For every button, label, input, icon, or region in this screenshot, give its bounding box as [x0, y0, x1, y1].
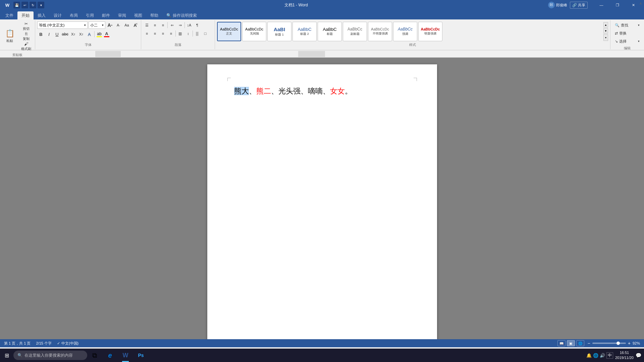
style-item-emphasis[interactable]: AaBbCc 强调 [393, 22, 417, 41]
style-item-subtle-emphasis[interactable]: AaBbCcDc 不明显强调 [368, 22, 392, 41]
clock[interactable]: 16:51 2019/11/20 [615, 350, 634, 361]
sort-button[interactable]: ↕A [185, 21, 193, 29]
styles-scroll-up[interactable]: ▲ [603, 22, 608, 27]
tray-volume[interactable]: 🔊 [600, 353, 605, 358]
align-right-button[interactable]: ≡ [159, 30, 167, 37]
highlight-color-button[interactable]: ab [96, 31, 103, 38]
bold-button[interactable]: B [37, 31, 45, 38]
tab-view[interactable]: 视图 [130, 11, 146, 19]
style-item-strong-emphasis[interactable]: AaBbCcDc 明显强调 [418, 22, 442, 41]
styles-scroll-down[interactable]: ▼ [603, 28, 608, 34]
share-btn[interactable]: 🔗 共享 [570, 2, 588, 9]
ruler [0, 50, 644, 58]
numbering-button[interactable]: ≡ [151, 21, 159, 29]
corner-mark-tl [227, 78, 231, 81]
tab-home[interactable]: 开始 [17, 11, 34, 19]
strikethrough-button[interactable]: abc [61, 31, 69, 38]
justify-button[interactable]: ≡ [167, 30, 175, 37]
status-bar: 第 1 页，共 1 页 2/15 个字 ✓ 中文(中国) 📖 ▣ 🌐 − + 9… [0, 339, 644, 347]
zoom-slider-thumb[interactable] [616, 342, 620, 345]
tab-file[interactable]: 文件 [1, 11, 17, 19]
show-marks-button[interactable]: ¶ [194, 21, 201, 29]
tray-notification[interactable]: 🔔 [586, 353, 592, 358]
style-item-h1[interactable]: AaBI 标题 1 [267, 22, 291, 41]
paste-button[interactable]: 📋 粘贴 [1, 26, 18, 47]
tab-insert[interactable]: 插入 [34, 11, 50, 19]
taskbar-edge[interactable]: e [103, 349, 117, 362]
title-bar: W 💾 ↩ ↻ ▾ 文档1 - Word 郎 郎俊峰 🔗 共享 — ❐ ✕ [0, 0, 644, 10]
undo-quick-access[interactable]: ↩ [21, 2, 28, 8]
style-item-h2[interactable]: AaBbC 标题 2 [292, 22, 317, 41]
clear-format-btn[interactable]: A ✕ [131, 21, 139, 29]
select-icon: ↘ [615, 39, 618, 44]
zoom-in-btn[interactable]: + [628, 341, 631, 346]
text-effect-button[interactable]: A [86, 31, 93, 38]
underline-button[interactable]: U [53, 31, 61, 38]
zoom-slider[interactable] [592, 343, 626, 344]
taskbar-task-view[interactable]: ⧉ [87, 349, 102, 362]
collapse-ribbon-btn[interactable]: ∧ [637, 0, 644, 32]
font-size-increase-btn[interactable]: A+ [106, 21, 114, 29]
align-center-button[interactable]: ≡ [151, 30, 159, 37]
superscript-button[interactable]: X2 [77, 31, 85, 38]
tab-design[interactable]: 设计 [50, 11, 66, 19]
border-button[interactable]: □ [202, 30, 209, 37]
notification-center[interactable]: 💬 [636, 353, 641, 358]
font-size-decrease-btn[interactable]: A- [115, 21, 122, 29]
taskbar-search[interactable]: 🔍 在这里输入你要搜索的内容 [13, 351, 87, 360]
restore-button[interactable]: ❐ [610, 0, 625, 10]
document-area[interactable]: 熊大、熊二、光头强、嘀嘀、女女。 [0, 58, 644, 339]
tray-network[interactable]: 🌐 [593, 353, 598, 358]
styles-expand[interactable]: ▾ [603, 34, 608, 41]
font-size-select[interactable]: 小二 ▾ [89, 21, 105, 29]
multilevel-list-button[interactable]: ≡ [159, 21, 167, 29]
print-view-btn[interactable]: ▣ [567, 340, 575, 346]
select-button[interactable]: ↘ 选择 ▾ [612, 38, 642, 45]
cut-button[interactable]: ✂ 剪切 [19, 21, 34, 31]
document-content[interactable]: 熊大、熊二、光头强、嘀嘀、女女。 [234, 84, 410, 98]
format-paint-button[interactable]: 🖌 格式刷 [19, 42, 34, 51]
customize-quick-access[interactable]: ▾ [38, 2, 44, 8]
italic-button[interactable]: I [45, 31, 53, 38]
taskbar-photoshop[interactable]: Ps [133, 349, 148, 362]
tab-reference[interactable]: 引用 [82, 11, 98, 19]
language-tray[interactable]: 中 [606, 352, 613, 359]
language-indicator[interactable]: ✓ 中文(中国) [57, 341, 78, 346]
word-taskbar-icon: W [123, 352, 128, 359]
taskbar-word[interactable]: W [118, 349, 133, 362]
decrease-indent-button[interactable]: ⇐ [168, 21, 176, 29]
increase-indent-button[interactable]: ⇒ [176, 21, 184, 29]
align-left-button[interactable]: ≡ [143, 30, 151, 37]
line-spacing-button[interactable]: ↕ [184, 30, 192, 37]
taskbar-left: ⊞ 🔍 在这里输入你要搜索的内容 [0, 349, 87, 362]
tab-mail[interactable]: 邮件 [98, 11, 114, 19]
shading-button[interactable]: ▒ [194, 30, 201, 37]
zoom-out-btn[interactable]: − [588, 341, 590, 346]
zoom-level[interactable]: 92% [633, 341, 640, 345]
paragraph-group: ☰ ≡ ≡ ⇐ ⇒ ↕A ¶ ≡ ≡ ≡ ≡ ▥ ↕ ▒ □ [141, 20, 215, 49]
save-quick-access[interactable]: 💾 [13, 2, 20, 8]
tab-help[interactable]: 帮助 [146, 11, 162, 19]
subscript-button[interactable]: X2 [69, 31, 77, 38]
read-view-btn[interactable]: 📖 [557, 340, 566, 346]
style-item-normal[interactable]: AaBbCcDc 正文 [217, 22, 241, 41]
bullets-button[interactable]: ☰ [143, 21, 151, 29]
style-item-title[interactable]: AaBbC 标题 [318, 22, 342, 41]
columns-button[interactable]: ▥ [176, 30, 184, 37]
change-case-btn[interactable]: Aa [123, 21, 130, 29]
word-logo-icon[interactable]: W [3, 1, 12, 9]
style-item-subtitle[interactable]: AaBbCc 副标题 [343, 22, 367, 41]
user-account[interactable]: 郎 郎俊峰 [548, 2, 567, 8]
copy-button[interactable]: ⎘ 复制 [19, 32, 34, 41]
tab-review[interactable]: 审阅 [114, 11, 130, 19]
tab-layout[interactable]: 布局 [66, 11, 82, 19]
style-item-no-spacing[interactable]: AaBbCcDc 无间隔 [242, 22, 266, 41]
font-name-select[interactable]: 等线 (中文正文) ▾ [37, 21, 88, 29]
minimize-button[interactable]: — [594, 0, 609, 10]
web-view-btn[interactable]: 🌐 [576, 340, 584, 346]
start-button[interactable]: ⊞ [0, 349, 13, 362]
tab-search[interactable]: 🔍 操作说明搜索 [162, 11, 201, 19]
redo-quick-access[interactable]: ↻ [30, 2, 36, 8]
font-color-button[interactable]: A [103, 31, 110, 38]
paragraph-group-label: 段落 [143, 42, 213, 48]
